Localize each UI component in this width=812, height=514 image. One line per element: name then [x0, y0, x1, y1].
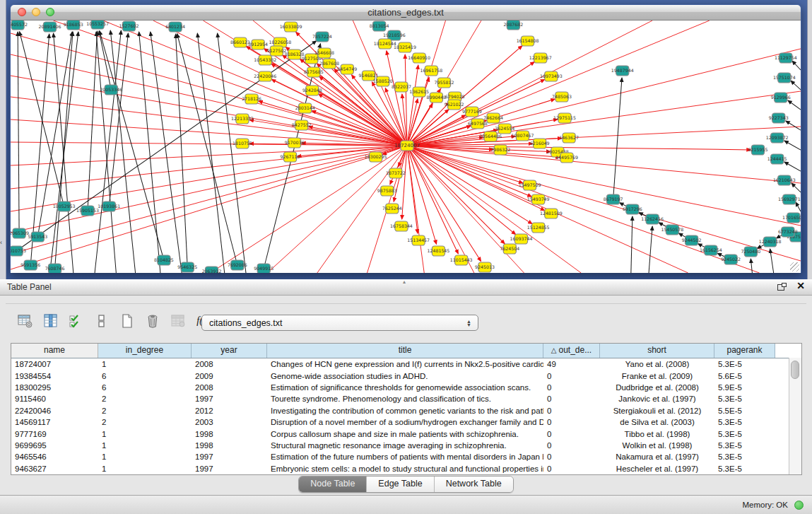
table-cell: 1997: [192, 395, 267, 403]
panel-divider-line: [6, 303, 806, 304]
column-header-name[interactable]: name: [11, 344, 98, 358]
table-selector-dropdown[interactable]: citations_edges.txt ▲▼: [201, 315, 478, 331]
table-row[interactable]: 2242004622012Investigating the contribut…: [11, 405, 801, 416]
table-cell: Corpus callosum shape and size in male p…: [267, 430, 543, 438]
network-window: citations_edges.txt 24055722089140691868…: [10, 4, 801, 273]
tab-edge-table[interactable]: Edge Table: [367, 477, 434, 492]
import-table-icon[interactable]: [168, 311, 188, 331]
column-header-title[interactable]: title: [267, 344, 543, 358]
column-header-year[interactable]: year: [192, 344, 267, 358]
tab-network-table[interactable]: Network Table: [435, 477, 513, 492]
citation-edge[interactable]: [218, 33, 246, 273]
citation-edge[interactable]: [109, 33, 128, 206]
show-columns-icon[interactable]: [41, 311, 61, 331]
citation-edge[interactable]: [11, 146, 407, 189]
delete-column-icon[interactable]: [143, 311, 163, 331]
citation-edge[interactable]: [751, 259, 752, 273]
deselect-all-icon[interactable]: [92, 311, 112, 331]
network-graph[interactable]: 2405572208914069186853105532571527602640…: [11, 21, 801, 273]
network-node-label: 1527602: [119, 23, 139, 28]
table-cell: 2: [98, 418, 192, 426]
citation-edge[interactable]: [784, 162, 801, 171]
resize-grip-icon[interactable]: [790, 262, 799, 271]
citation-edge[interactable]: [211, 146, 407, 273]
column-header-pagerank[interactable]: pagerank: [714, 344, 775, 358]
citation-edge[interactable]: [407, 65, 418, 146]
citation-edge[interactable]: [18, 32, 19, 233]
close-window-button[interactable]: [18, 8, 26, 16]
citation-edge[interactable]: [407, 49, 801, 146]
table-row[interactable]: 1872400712008Changes of HCN gene express…: [11, 358, 801, 370]
table-cell: 1: [98, 441, 192, 450]
citation-edge[interactable]: [110, 30, 135, 273]
citation-edge[interactable]: [11, 146, 407, 233]
table-row[interactable]: 911546021997Tourette syndrome. Phenomeno…: [11, 393, 801, 404]
network-node-label: 9146821: [359, 73, 379, 78]
citation-edge[interactable]: [631, 216, 632, 273]
table-cell: 0: [543, 407, 600, 415]
close-panel-icon[interactable]: ✕: [796, 280, 805, 291]
citation-edge[interactable]: [792, 61, 801, 70]
citation-edge[interactable]: [99, 31, 111, 90]
citation-edge[interactable]: [788, 100, 801, 110]
table-row[interactable]: 946362711997Embryonic stem cells: a mode…: [11, 463, 801, 474]
citation-edge[interactable]: [96, 32, 116, 273]
panel-collapse-arrow-icon[interactable]: ‹: [0, 239, 2, 246]
table-cell: Embryonic stem cells: a model to study s…: [267, 465, 543, 473]
citation-edge[interactable]: [54, 33, 73, 273]
scrollbar-thumb[interactable]: [791, 361, 799, 379]
network-node-label: 11015443: [450, 257, 473, 262]
table-row[interactable]: 969969511998Structural magnetic resonanc…: [11, 440, 801, 451]
citation-edge[interactable]: [407, 146, 801, 226]
table-row[interactable]: 977716911998Corpus callosum shape and si…: [11, 428, 801, 439]
float-panel-icon[interactable]: [777, 283, 787, 291]
table-cell: 18300295: [11, 383, 98, 392]
citation-edge[interactable]: [796, 202, 801, 211]
new-column-icon[interactable]: [117, 311, 137, 331]
citation-edge[interactable]: [30, 34, 49, 265]
citation-edge[interactable]: [95, 30, 121, 273]
table-mode-icon[interactable]: [16, 311, 35, 331]
table-cell: 6: [98, 383, 192, 392]
west-panel-edge: ‹: [0, 0, 6, 279]
column-header-in-degree[interactable]: in_degree: [98, 344, 192, 358]
citation-edge[interactable]: [197, 33, 224, 273]
network-node-label: 20053346: [100, 87, 122, 92]
citation-edge[interactable]: [88, 31, 98, 211]
table-cell: Investigating the contribution of common…: [267, 407, 543, 415]
citation-edge[interactable]: [407, 146, 801, 261]
citation-edge[interactable]: [792, 183, 801, 192]
citation-edge[interactable]: [407, 146, 516, 235]
citation-edge[interactable]: [407, 91, 801, 146]
split-divider-handle[interactable]: ▴: [403, 279, 406, 285]
column-header-short[interactable]: short: [600, 344, 714, 358]
table-row[interactable]: 1456911722003Disruption of a novel membe…: [11, 416, 801, 428]
network-node-label: 15134457: [407, 238, 430, 243]
network-node-label: 6216049: [530, 141, 550, 146]
citation-edge[interactable]: [11, 33, 407, 146]
table-vertical-scrollbar[interactable]: [789, 358, 801, 474]
table-row[interactable]: 946554611997Estimation of the future num…: [11, 451, 801, 462]
citation-edge[interactable]: [176, 34, 188, 267]
minimize-window-button[interactable]: [32, 8, 40, 16]
citation-edge[interactable]: [271, 79, 407, 146]
table-cell: 0: [543, 452, 600, 461]
citation-edge[interactable]: [786, 121, 801, 130]
citation-edge[interactable]: [151, 32, 182, 273]
table-row[interactable]: 1830029562008Estimation of significance …: [11, 382, 801, 393]
citation-edge[interactable]: [613, 78, 622, 199]
citation-edge[interactable]: [407, 146, 418, 233]
select-all-icon[interactable]: [66, 311, 86, 331]
citation-edge[interactable]: [791, 81, 801, 90]
network-node-label: 18300295: [365, 154, 387, 159]
tab-node-table[interactable]: Node Table: [299, 477, 367, 492]
table-row[interactable]: 1938455462009Genome-wide association stu…: [11, 370, 801, 381]
citation-edge[interactable]: [177, 34, 237, 265]
network-view-canvas[interactable]: 2405572208914069186853105532571527602640…: [11, 21, 801, 273]
network-window-titlebar[interactable]: citations_edges.txt: [11, 5, 801, 21]
citation-edge[interactable]: [784, 141, 801, 150]
table-cell: 5.3E-5: [714, 395, 775, 403]
column-header-out-de-[interactable]: △out_de...: [543, 344, 600, 358]
citation-edge[interactable]: [100, 31, 164, 260]
zoom-window-button[interactable]: [46, 8, 54, 16]
